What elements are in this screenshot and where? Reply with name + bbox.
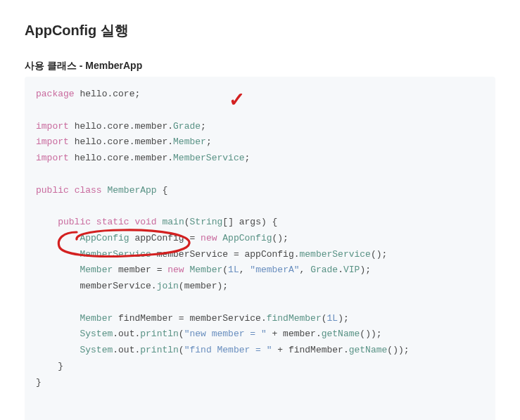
param-args: args xyxy=(239,217,261,227)
keyword-import: import xyxy=(36,121,69,132)
string-new-member: "new member = " xyxy=(184,329,267,339)
type-system: System xyxy=(80,345,113,355)
var-memberservice: memberService xyxy=(157,249,228,260)
type-memberservice: MemberService xyxy=(80,249,151,260)
keyword-import: import xyxy=(36,153,69,163)
literal-1L: 1L xyxy=(327,313,338,324)
type-member: Member xyxy=(80,313,113,324)
import-path: hello.core.member xyxy=(75,153,168,163)
pkg-name: hello.core xyxy=(80,89,134,99)
type-member: Member xyxy=(189,265,222,275)
string-memberA: "memberA" xyxy=(250,265,299,275)
import-path: hello.core.member xyxy=(75,136,168,147)
keyword-class: class xyxy=(75,185,102,196)
type-appconfig: AppConfig xyxy=(222,233,272,243)
var-member: member xyxy=(118,265,151,275)
type-grade: Grade xyxy=(173,121,201,132)
call-memberservice: memberService xyxy=(300,249,371,260)
string-find-member: "find Member = " xyxy=(184,345,272,355)
keyword-new: new xyxy=(201,233,217,243)
keyword-package: package xyxy=(36,89,75,99)
keyword-import: import xyxy=(36,136,69,147)
code-block: package hello.core; import hello.core.me… xyxy=(25,77,495,420)
type-grade: Grade xyxy=(310,265,338,275)
var-appconfig: appConfig xyxy=(134,233,184,243)
call-findmember: findMember xyxy=(267,313,322,324)
call-println: println xyxy=(140,329,179,339)
type-appconfig: AppConfig xyxy=(80,233,129,243)
const-vip: VIP xyxy=(343,265,360,275)
keyword-new: new xyxy=(167,265,184,275)
keyword-static: static xyxy=(96,217,129,227)
var-findmember: findMember xyxy=(118,313,173,324)
call-join: join xyxy=(157,281,179,291)
type-string: String xyxy=(190,217,223,227)
type-member: Member xyxy=(80,265,113,275)
method-main: main xyxy=(163,217,184,227)
keyword-public: public xyxy=(58,217,91,227)
call-getname: getName xyxy=(322,329,360,339)
page-title: AppConfig 실행 xyxy=(25,21,495,40)
call-println: println xyxy=(140,345,179,355)
import-path: hello.core.member xyxy=(75,121,168,132)
call-getname: getName xyxy=(349,345,388,355)
literal-1L: 1L xyxy=(228,265,239,275)
class-name: MemberApp xyxy=(107,185,156,196)
subtitle: 사용 클래스 - MemberApp xyxy=(25,60,495,72)
type-member: Member xyxy=(173,136,206,147)
keyword-void: void xyxy=(134,217,156,227)
type-memberservice: MemberService xyxy=(173,153,244,163)
keyword-public: public xyxy=(36,185,69,196)
type-system: System xyxy=(80,329,113,339)
checkmark-annotation: ✓ xyxy=(229,82,245,117)
